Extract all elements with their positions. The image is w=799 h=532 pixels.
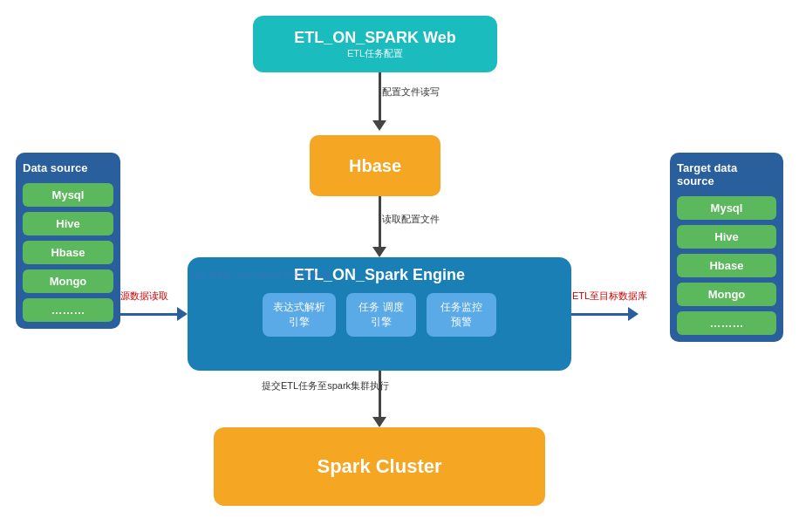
arrow-source-to-engine: [120, 307, 188, 321]
etl-web-subtitle: ETL任务配置: [347, 47, 403, 60]
config-rw-label: 配置文件读写: [382, 85, 440, 99]
right-item-mongo: Mongo: [677, 283, 776, 306]
arrow-head-right: [177, 307, 188, 321]
arrow-head-right2: [628, 307, 639, 321]
etl-web-box: ETL_ON_SPARK Web ETL任务配置: [253, 16, 497, 72]
arrow-line-h: [120, 313, 177, 316]
hbase-box: Hbase: [310, 135, 440, 196]
left-item-hbase: Hbase: [23, 241, 113, 264]
source-read-label: 源数据读取: [120, 290, 168, 303]
right-item-hive: Hive: [677, 225, 776, 249]
module-monitor: 任务监控预警: [427, 293, 496, 337]
left-panel-title: Data source: [23, 161, 113, 174]
etl-to-target-label: ETL至目标数据库: [572, 290, 647, 303]
spark-cluster-title: Spark Cluster: [317, 455, 441, 478]
etl-web-title: ETL_ON_SPARK Web: [294, 29, 455, 47]
data-source-left-panel: Data source Mysql Hive Hbase Mongo ………: [16, 153, 120, 329]
architecture-diagram: ETL_ON_SPARK Web ETL任务配置 配置文件读写 Hbase 读取…: [0, 0, 799, 532]
arrow-head: [372, 247, 386, 257]
arrow-hbase-to-engine: [372, 196, 386, 257]
arrow-web-to-hbase: [372, 72, 386, 131]
spark-engine-box: ETL_ON_Spark Engine 表达式解析引擎 任务 调度引擎 任务监控…: [188, 257, 571, 371]
read-config-label: 读取配置文件: [382, 213, 440, 226]
data-source-right-panel: Target data source Mysql Hive Hbase Mong…: [670, 153, 783, 342]
left-item-mysql: Mysql: [23, 183, 113, 207]
arrow-line: [379, 371, 381, 417]
right-item-more: ………: [677, 311, 776, 335]
module-schedule: 任务 调度引擎: [346, 293, 416, 337]
right-item-hbase: Hbase: [677, 254, 776, 277]
right-item-mysql: Mysql: [677, 196, 776, 220]
arrow-line: [379, 72, 381, 120]
right-panel-title: Target data source: [677, 161, 776, 188]
arrow-line: [379, 196, 381, 247]
engine-modules: 表达式解析引擎 任务 调度引擎 任务监控预警: [263, 293, 496, 337]
left-item-mongo: Mongo: [23, 269, 113, 293]
arrow-engine-to-target: [571, 307, 639, 321]
arrow-head: [372, 120, 386, 131]
submit-task-label: 提交ETL任务至spark集群执行: [262, 379, 389, 392]
arrow-head: [372, 417, 386, 427]
hbase-title: Hbase: [349, 156, 401, 176]
module-parse: 表达式解析引擎: [263, 293, 336, 337]
spark-cluster-box: Spark Cluster: [214, 427, 545, 506]
left-item-hive: Hive: [23, 212, 113, 235]
left-item-more: ………: [23, 298, 113, 322]
arrow-line-h2: [571, 313, 628, 316]
engine-title: ETL_ON_Spark Engine: [294, 266, 465, 284]
